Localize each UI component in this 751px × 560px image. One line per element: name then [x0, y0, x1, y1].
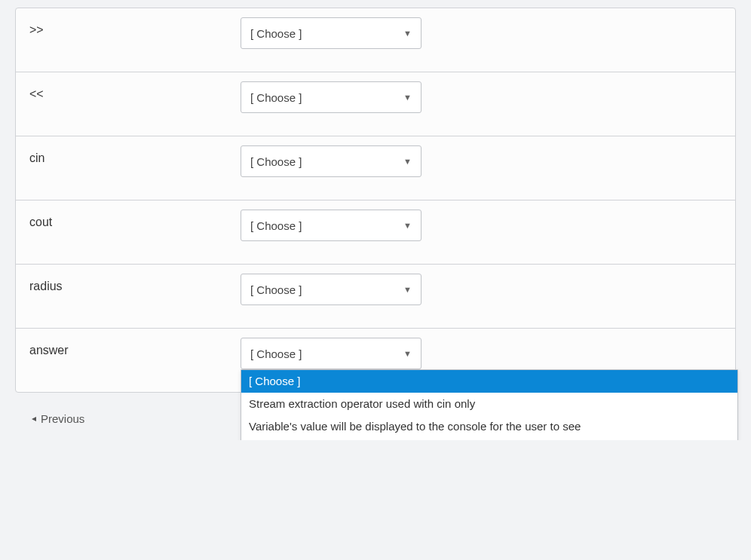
- matching-question-container: >> [ Choose ] ▼ << [ Choose ] ▼ cin [ Ch…: [15, 8, 736, 393]
- term-label: radius: [29, 274, 241, 293]
- select-wrap: [ Choose ] ▼: [241, 145, 421, 177]
- term-label: <<: [29, 81, 241, 101]
- select-wrap: [ Choose ] ▼ [ Choose ] Stream extractio…: [241, 338, 421, 369]
- select-wrap: [ Choose ] ▼: [241, 81, 421, 113]
- select-value: [ Choose ]: [250, 27, 302, 40]
- chevron-down-icon: ▼: [403, 285, 412, 294]
- select-wrap: [ Choose ] ▼: [241, 17, 421, 49]
- term-label: cin: [29, 145, 241, 165]
- match-row: << [ Choose ] ▼: [16, 72, 735, 136]
- dropdown-option[interactable]: [ Choose ]: [241, 370, 737, 393]
- chevron-down-icon: ▼: [403, 29, 412, 38]
- answer-select[interactable]: [ Choose ] ▼: [241, 81, 421, 113]
- select-value: [ Choose ]: [250, 219, 302, 232]
- dropdown-option[interactable]: Stream extraction operator used with cin…: [241, 393, 737, 415]
- match-row: cin [ Choose ] ▼: [16, 136, 735, 200]
- answer-select[interactable]: [ Choose ] ▼: [241, 17, 421, 49]
- dropdown-option[interactable]: Console output - used when programmer wa…: [241, 437, 737, 439]
- select-value: [ Choose ]: [250, 283, 302, 296]
- term-label: cout: [29, 210, 241, 229]
- term-label: >>: [29, 17, 241, 37]
- dropdown-panel: [ Choose ] Stream extraction operator us…: [241, 369, 738, 440]
- answer-select[interactable]: [ Choose ] ▼: [241, 145, 421, 177]
- term-label: answer: [29, 338, 241, 357]
- answer-select[interactable]: [ Choose ] ▼: [241, 274, 421, 305]
- answer-select-open[interactable]: [ Choose ] ▼: [241, 338, 421, 369]
- answer-select[interactable]: [ Choose ] ▼: [241, 210, 421, 241]
- select-wrap: [ Choose ] ▼: [241, 274, 421, 305]
- chevron-down-icon: ▼: [403, 221, 412, 230]
- match-row: answer [ Choose ] ▼ [ Choose ] Stream ex…: [16, 328, 735, 392]
- dropdown-option[interactable]: Variable's value will be displayed to th…: [241, 415, 737, 438]
- select-value: [ Choose ]: [250, 155, 302, 168]
- match-row: cout [ Choose ] ▼: [16, 200, 735, 264]
- previous-button[interactable]: Previous: [32, 412, 84, 425]
- match-row: >> [ Choose ] ▼: [16, 8, 735, 72]
- select-value: [ Choose ]: [250, 347, 302, 360]
- select-wrap: [ Choose ] ▼: [241, 210, 421, 241]
- chevron-down-icon: ▼: [403, 349, 412, 358]
- match-row: radius [ Choose ] ▼: [16, 264, 735, 328]
- select-value: [ Choose ]: [250, 91, 302, 104]
- chevron-down-icon: ▼: [403, 157, 412, 166]
- chevron-down-icon: ▼: [403, 93, 412, 102]
